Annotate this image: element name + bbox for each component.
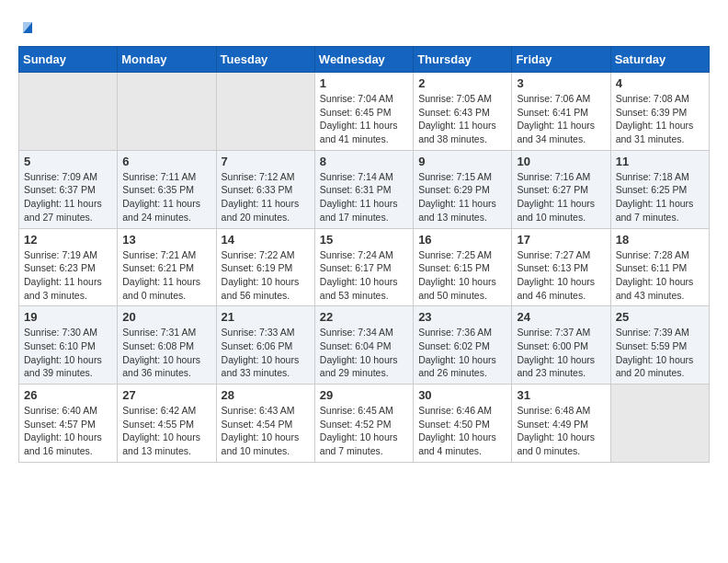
calendar-cell: 20Sunrise: 7:31 AM Sunset: 6:08 PM Dayli… [118,306,216,385]
day-number: 20 [122,310,210,324]
calendar-cell: 31Sunrise: 6:48 AM Sunset: 4:49 PM Dayli… [512,385,610,463]
weekday-header-monday: Monday [118,47,216,73]
calendar-cell: 26Sunrise: 6:40 AM Sunset: 4:57 PM Dayli… [19,385,118,463]
weekday-header-thursday: Thursday [414,47,512,73]
calendar-cell: 2Sunrise: 7:05 AM Sunset: 6:43 PM Daylig… [414,73,512,151]
day-info: Sunrise: 7:05 AM Sunset: 6:43 PM Dayligh… [418,92,506,146]
day-number: 5 [24,155,112,168]
day-number: 8 [320,155,408,168]
day-info: Sunrise: 7:09 AM Sunset: 6:37 PM Dayligh… [24,170,112,224]
day-info: Sunrise: 7:16 AM Sunset: 6:27 PM Dayligh… [517,170,605,224]
day-number: 31 [517,388,605,402]
calendar-cell: 29Sunrise: 6:45 AM Sunset: 4:52 PM Dayli… [314,385,413,463]
calendar-cell: 11Sunrise: 7:18 AM Sunset: 6:25 PM Dayli… [610,150,709,228]
day-number: 2 [418,76,506,90]
weekday-header-sunday: Sunday [19,47,118,73]
day-number: 29 [320,388,408,402]
calendar-cell: 10Sunrise: 7:16 AM Sunset: 6:27 PM Dayli… [512,150,610,228]
calendar-cell: 6Sunrise: 7:11 AM Sunset: 6:35 PM Daylig… [118,150,216,228]
day-info: Sunrise: 7:21 AM Sunset: 6:21 PM Dayligh… [122,248,210,303]
calendar-cell: 24Sunrise: 7:37 AM Sunset: 6:00 PM Dayli… [512,306,610,385]
day-number: 15 [320,233,408,247]
day-info: Sunrise: 7:22 AM Sunset: 6:19 PM Dayligh… [222,248,310,303]
day-info: Sunrise: 7:31 AM Sunset: 6:08 PM Dayligh… [122,326,210,380]
day-info: Sunrise: 6:42 AM Sunset: 4:55 PM Dayligh… [122,404,210,458]
day-info: Sunrise: 7:34 AM Sunset: 6:04 PM Dayligh… [320,326,408,380]
day-info: Sunrise: 7:04 AM Sunset: 6:45 PM Dayligh… [320,92,408,146]
calendar-cell: 28Sunrise: 6:43 AM Sunset: 4:54 PM Dayli… [216,385,314,463]
calendar-cell: 17Sunrise: 7:27 AM Sunset: 6:13 PM Dayli… [512,228,610,306]
day-info: Sunrise: 7:12 AM Sunset: 6:33 PM Dayligh… [222,170,310,224]
calendar-cell: 5Sunrise: 7:09 AM Sunset: 6:37 PM Daylig… [19,150,118,228]
calendar-cell: 3Sunrise: 7:06 AM Sunset: 6:41 PM Daylig… [512,73,610,151]
day-number: 3 [517,76,605,90]
day-number: 23 [418,310,506,324]
calendar-cell: 8Sunrise: 7:14 AM Sunset: 6:31 PM Daylig… [314,150,413,228]
day-number: 14 [222,233,310,247]
calendar-cell: 18Sunrise: 7:28 AM Sunset: 6:11 PM Dayli… [610,228,709,306]
calendar-cell: 7Sunrise: 7:12 AM Sunset: 6:33 PM Daylig… [216,150,314,228]
day-info: Sunrise: 7:08 AM Sunset: 6:39 PM Dayligh… [616,92,704,146]
calendar-week-1: 1Sunrise: 7:04 AM Sunset: 6:45 PM Daylig… [19,73,710,151]
day-number: 9 [418,155,506,168]
calendar-cell: 14Sunrise: 7:22 AM Sunset: 6:19 PM Dayli… [216,228,314,306]
day-number: 4 [616,76,704,90]
calendar-cell: 15Sunrise: 7:24 AM Sunset: 6:17 PM Dayli… [314,228,413,306]
day-number: 30 [418,388,506,402]
day-number: 25 [616,310,704,324]
day-info: Sunrise: 7:11 AM Sunset: 6:35 PM Dayligh… [122,170,210,224]
day-number: 12 [24,233,112,247]
day-info: Sunrise: 7:33 AM Sunset: 6:06 PM Dayligh… [222,326,310,380]
day-number: 17 [517,233,605,247]
calendar-week-4: 19Sunrise: 7:30 AM Sunset: 6:10 PM Dayli… [19,306,710,385]
day-info: Sunrise: 7:37 AM Sunset: 6:00 PM Dayligh… [517,326,605,380]
logo [18,18,36,37]
day-number: 6 [122,155,210,168]
day-number: 13 [122,233,210,247]
calendar-cell: 23Sunrise: 7:36 AM Sunset: 6:02 PM Dayli… [414,306,512,385]
weekday-header-row: SundayMondayTuesdayWednesdayThursdayFrid… [19,47,710,73]
day-info: Sunrise: 7:24 AM Sunset: 6:17 PM Dayligh… [320,248,408,303]
day-info: Sunrise: 7:30 AM Sunset: 6:10 PM Dayligh… [24,326,112,380]
calendar-week-2: 5Sunrise: 7:09 AM Sunset: 6:37 PM Daylig… [19,150,710,228]
page-header [18,18,710,37]
day-number: 27 [122,388,210,402]
day-info: Sunrise: 7:15 AM Sunset: 6:29 PM Dayligh… [418,170,506,224]
day-number: 1 [320,76,408,90]
day-number: 16 [418,233,506,247]
day-number: 28 [222,388,310,402]
day-number: 11 [616,155,704,168]
day-info: Sunrise: 6:45 AM Sunset: 4:52 PM Dayligh… [320,404,408,458]
calendar-cell: 16Sunrise: 7:25 AM Sunset: 6:15 PM Dayli… [414,228,512,306]
day-info: Sunrise: 6:48 AM Sunset: 4:49 PM Dayligh… [517,404,605,458]
calendar-cell: 30Sunrise: 6:46 AM Sunset: 4:50 PM Dayli… [414,385,512,463]
calendar-cell [610,385,709,463]
calendar-week-3: 12Sunrise: 7:19 AM Sunset: 6:23 PM Dayli… [19,228,710,306]
calendar-cell: 1Sunrise: 7:04 AM Sunset: 6:45 PM Daylig… [314,73,413,151]
day-info: Sunrise: 7:18 AM Sunset: 6:25 PM Dayligh… [616,170,704,224]
day-info: Sunrise: 6:43 AM Sunset: 4:54 PM Dayligh… [222,404,310,458]
calendar-cell [118,73,216,151]
calendar-cell: 12Sunrise: 7:19 AM Sunset: 6:23 PM Dayli… [19,228,118,306]
weekday-header-friday: Friday [512,47,610,73]
day-number: 10 [517,155,605,168]
calendar-cell: 21Sunrise: 7:33 AM Sunset: 6:06 PM Dayli… [216,306,314,385]
calendar-cell: 25Sunrise: 7:39 AM Sunset: 5:59 PM Dayli… [610,306,709,385]
day-number: 19 [24,310,112,324]
calendar-week-5: 26Sunrise: 6:40 AM Sunset: 4:57 PM Dayli… [19,385,710,463]
day-info: Sunrise: 7:36 AM Sunset: 6:02 PM Dayligh… [418,326,506,380]
calendar-cell: 22Sunrise: 7:34 AM Sunset: 6:04 PM Dayli… [314,306,413,385]
calendar-cell: 27Sunrise: 6:42 AM Sunset: 4:55 PM Dayli… [118,385,216,463]
day-number: 26 [24,388,112,402]
day-info: Sunrise: 7:06 AM Sunset: 6:41 PM Dayligh… [517,92,605,146]
weekday-header-tuesday: Tuesday [216,47,314,73]
day-info: Sunrise: 6:40 AM Sunset: 4:57 PM Dayligh… [24,404,112,458]
day-number: 22 [320,310,408,324]
day-info: Sunrise: 7:25 AM Sunset: 6:15 PM Dayligh… [418,248,506,303]
day-info: Sunrise: 7:19 AM Sunset: 6:23 PM Dayligh… [24,248,112,303]
day-info: Sunrise: 6:46 AM Sunset: 4:50 PM Dayligh… [418,404,506,458]
logo-icon [19,18,36,35]
calendar-cell [19,73,118,151]
calendar-cell: 9Sunrise: 7:15 AM Sunset: 6:29 PM Daylig… [414,150,512,228]
calendar-table: SundayMondayTuesdayWednesdayThursdayFrid… [18,46,710,463]
